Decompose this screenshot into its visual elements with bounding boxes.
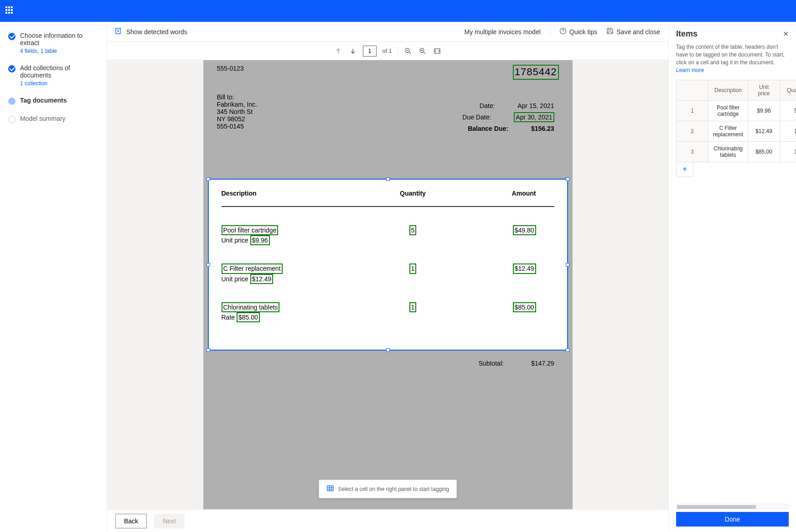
date-value: Apr 15, 2021 [517, 102, 554, 109]
cell-price[interactable]: $9.96 [748, 101, 780, 121]
table-row: 3 Chlorinating tablets $85.00 1 [677, 142, 796, 162]
balance-value: $156.23 [531, 125, 554, 132]
step-sub: 4 fields, 1 table [20, 48, 98, 54]
row-index: 2 [677, 121, 708, 142]
nav-step-add-collections[interactable]: Add collections of documents 1 collectio… [8, 64, 98, 87]
panel-title: Items [676, 29, 698, 39]
due-date-tag[interactable]: Apr 30, 2021 [514, 112, 554, 122]
save-and-close-button[interactable]: Save and close [606, 27, 660, 36]
nav-step-choose-info[interactable]: Choose information to extract 4 fields, … [8, 32, 98, 54]
cell-price[interactable]: $12.49 [748, 121, 780, 142]
step-label: Model summary [20, 115, 66, 122]
table-row: 2 C Filter replacement $12.49 1 [677, 121, 796, 142]
cell-desc[interactable]: Pool filter cartridge [708, 101, 748, 121]
desc-tag[interactable]: C Filter replacement [222, 263, 283, 274]
cell-qty[interactable]: 5 [780, 101, 796, 121]
vendor-phone: 555-0123 [217, 65, 244, 80]
left-nav: Choose information to extract 4 fields, … [0, 22, 107, 532]
col-quantity: Quantity [367, 190, 459, 197]
add-row-button[interactable]: + [676, 162, 693, 177]
resize-handle[interactable] [566, 348, 569, 352]
page-of-label: of 1 [382, 47, 392, 54]
resize-handle[interactable] [207, 348, 210, 352]
learn-more-link[interactable]: Learn more [669, 67, 796, 73]
arrow-down-icon[interactable] [348, 46, 357, 56]
cell-qty[interactable]: 1 [780, 142, 796, 162]
cell-desc[interactable]: C Filter replacement [708, 121, 748, 142]
toolbar: Show detected words My multiple invoices… [107, 22, 668, 42]
resize-handle[interactable] [566, 263, 569, 267]
cell-desc[interactable]: Chlorinating tablets [708, 142, 748, 162]
step-label: Choose information to extract [20, 32, 98, 46]
check-icon [8, 33, 16, 40]
top-app-bar [0, 0, 796, 22]
zoom-in-icon[interactable] [418, 46, 427, 56]
resize-handle[interactable] [386, 348, 390, 352]
page-number-input[interactable] [363, 46, 377, 57]
wizard-footer: Back Next [107, 509, 668, 532]
model-name-label: My multiple invoices model [465, 28, 541, 36]
col-amount: Amount [459, 190, 554, 197]
col-desc-header: Description [708, 80, 748, 101]
done-button[interactable]: Done [676, 512, 789, 527]
close-icon[interactable]: ✕ [783, 30, 789, 38]
panel-description: Tag the content of the table, headers do… [669, 39, 796, 67]
table-icon [326, 485, 334, 493]
step-sub: 1 collection [20, 80, 98, 87]
unit-price-tag[interactable]: $12.49 [250, 274, 274, 284]
step-label: Add collections of documents [20, 64, 98, 79]
row-index: 1 [677, 101, 708, 121]
document-canvas[interactable]: 555-0123 1785442 Bill to: Fabrikam, Inc.… [107, 60, 668, 509]
show-detected-words-button[interactable]: Show detected words [115, 27, 187, 36]
qty-tag[interactable]: 5 [409, 225, 417, 235]
back-button[interactable]: Back [115, 514, 147, 528]
subtotal-label: Subtotal: [479, 360, 504, 367]
amount-tag[interactable]: $85.00 [513, 302, 536, 312]
rate-label: Rate [222, 314, 235, 321]
svg-rect-5 [327, 486, 333, 491]
resize-handle[interactable] [386, 177, 390, 181]
selected-table-region[interactable]: Description Quantity Amount Pool filter … [208, 179, 568, 351]
table-row: Chlorinating tablets Rate $85.00 1 $85.0… [222, 302, 554, 322]
next-button: Next [154, 514, 185, 528]
row-index: 3 [677, 142, 708, 162]
cell-price[interactable]: $85.00 [748, 142, 780, 162]
items-panel: Items ✕ Tag the content of the table, he… [668, 22, 796, 532]
svg-rect-0 [116, 28, 120, 34]
desc-tag[interactable]: Pool filter cartridge [222, 225, 279, 235]
subtotal-value: $147.29 [531, 360, 554, 367]
amount-tag[interactable]: $12.49 [513, 263, 536, 274]
resize-handle[interactable] [207, 263, 210, 267]
date-label: Date: [440, 102, 495, 109]
col-qty-header: Quantit [780, 80, 796, 101]
unit-price-tag[interactable]: $9.96 [250, 235, 270, 245]
arrow-up-icon[interactable] [334, 46, 343, 56]
nav-step-tag-documents[interactable]: Tag documents [8, 97, 98, 105]
balance-label: Balance Due: [454, 125, 508, 132]
amount-tag[interactable]: $49.80 [513, 225, 536, 235]
pending-step-icon [8, 116, 16, 123]
desc-tag[interactable]: Chlorinating tablets [222, 302, 280, 312]
quick-tips-button[interactable]: Quick tips [559, 27, 597, 36]
text-detect-icon [115, 27, 123, 36]
col-price-header: Unit price [748, 80, 780, 101]
horizontal-scrollbar[interactable] [676, 504, 789, 509]
due-date-label: Due Date: [436, 114, 491, 121]
billto-label: Bill to: [217, 93, 559, 101]
unit-price-label: Unit price [222, 237, 248, 244]
nav-step-model-summary[interactable]: Model summary [8, 115, 98, 123]
table-row: Pool filter cartridge Unit price $9.96 5… [222, 225, 554, 245]
show-detected-label: Show detected words [126, 28, 187, 36]
cell-qty[interactable]: 1 [780, 121, 796, 142]
invoice-number-tag[interactable]: 1785442 [513, 65, 559, 80]
zoom-out-icon[interactable] [403, 46, 413, 56]
resize-handle[interactable] [207, 177, 210, 181]
qty-tag[interactable]: 1 [409, 263, 417, 274]
rate-tag[interactable]: $85.00 [237, 312, 260, 322]
qty-tag[interactable]: 1 [409, 302, 417, 312]
resize-handle[interactable] [566, 177, 569, 181]
check-icon [8, 65, 16, 72]
waffle-icon[interactable] [5, 6, 15, 15]
fit-screen-icon[interactable] [433, 46, 442, 56]
step-label: Tag documents [20, 97, 67, 104]
